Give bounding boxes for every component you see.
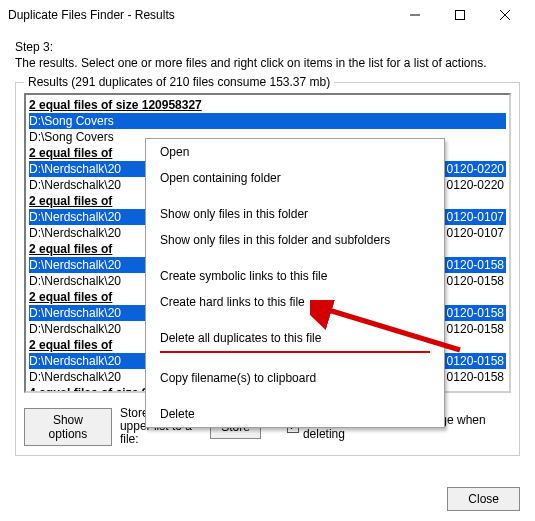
menu-delete[interactable]: Delete [146, 401, 444, 427]
minimize-button[interactable] [392, 0, 437, 30]
menu-open[interactable]: Open [146, 139, 444, 165]
title-bar: Duplicate Files Finder - Results [0, 0, 535, 30]
list-item[interactable]: D:\Song Covers [29, 113, 506, 129]
svg-rect-1 [455, 11, 464, 20]
group-header: 2 equal files of size 120958327 [29, 97, 506, 113]
show-options-button[interactable]: Show options [24, 408, 112, 446]
step-description: The results. Select one or more files an… [15, 56, 520, 70]
menu-open-folder[interactable]: Open containing folder [146, 165, 444, 191]
close-button[interactable] [482, 0, 527, 30]
annotation-underline [160, 351, 430, 353]
results-caption: Results (291 duplicates of 210 files con… [24, 75, 334, 89]
maximize-button[interactable] [437, 0, 482, 30]
menu-copy-filenames[interactable]: Copy filename(s) to clipboard [146, 365, 444, 391]
context-menu: Open Open containing folder Show only fi… [145, 138, 445, 428]
close-dialog-button[interactable]: Close [447, 487, 520, 511]
menu-show-subfolders[interactable]: Show only files in this folder and subfo… [146, 227, 444, 253]
menu-show-folder[interactable]: Show only files in this folder [146, 201, 444, 227]
step-label: Step 3: [15, 40, 520, 54]
menu-delete-duplicates[interactable]: Delete all duplicates to this file [146, 325, 444, 351]
menu-symlinks[interactable]: Create symbolic links to this file [146, 263, 444, 289]
window-title: Duplicate Files Finder - Results [8, 8, 392, 22]
menu-hardlinks[interactable]: Create hard links to this file [146, 289, 444, 315]
